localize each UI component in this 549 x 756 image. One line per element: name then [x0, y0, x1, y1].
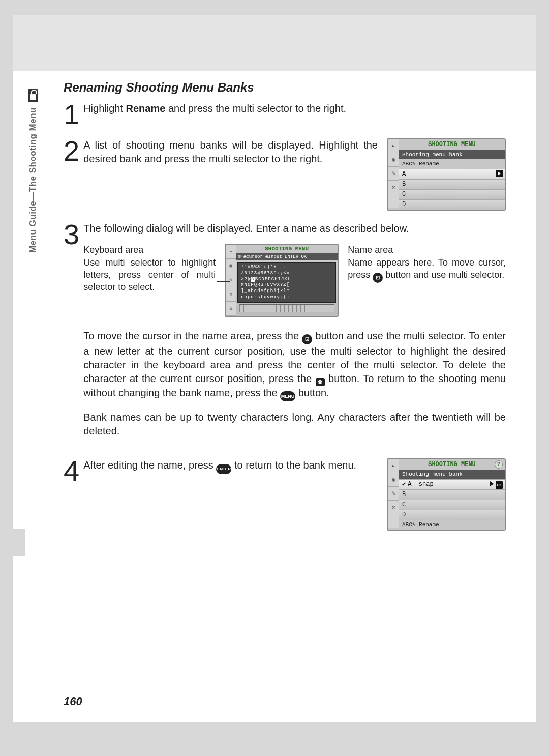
- step-4: 4 After editing the name, press ENTER to…: [64, 458, 506, 531]
- arrow-right-icon: [490, 481, 494, 486]
- screen-title: SHOOTING MENU: [399, 139, 505, 150]
- keyboard-area-callout: Keyboard area Use multi selector to high…: [83, 244, 216, 293]
- name-area-heading: Name area: [348, 244, 506, 256]
- step2-text: A list of shooting menu banks will be di…: [83, 138, 378, 166]
- rename-row: ABC✎ Rename: [399, 159, 505, 169]
- bank-row-d: D: [399, 510, 505, 520]
- bank-row-c: C: [399, 189, 505, 199]
- step-number: 1: [64, 102, 79, 127]
- page-edge-tab: [13, 529, 25, 556]
- tab-recent-icon: ≣: [388, 514, 399, 528]
- step-2: 2 A list of shooting menu banks will be …: [64, 138, 506, 211]
- bank-row-c: C: [399, 500, 505, 510]
- check-icon: ✔: [402, 481, 406, 488]
- thumbnail-button-icon: ⊡: [302, 334, 312, 344]
- tab-play-icon: ▸: [226, 245, 236, 259]
- menu-button-icon: MENU: [280, 391, 295, 401]
- step-3: 3 The following dialog will be displayed…: [64, 222, 506, 447]
- kbd-hint-bar: ⊠+◉cursor ◉Input ENTER OK: [236, 253, 338, 260]
- tab-pencil-icon: ✎: [226, 273, 236, 287]
- tab-camera-icon: ◉: [226, 259, 236, 273]
- bank-row-b: B: [399, 179, 505, 189]
- bank-row-a: A: [399, 169, 505, 179]
- tab-pencil-icon: ✎: [388, 487, 399, 501]
- step1-text-bold: Rename: [126, 103, 166, 114]
- step3-intro: The following dialog will be displayed. …: [83, 222, 506, 236]
- tab-wrench-icon: ⚒: [226, 287, 236, 302]
- bank-row-d: D: [399, 199, 505, 210]
- keyboard-area-body: Use multi selector to highlight letters,…: [83, 256, 216, 294]
- ok-badge: OK: [496, 481, 503, 489]
- step4-screenshot: ▸ ◉ ✎ ⚒ ≣ SHOOTING MENU ? Shooting menu …: [387, 458, 506, 531]
- bank-row-a: ✔A snap OK: [399, 479, 505, 489]
- tab-camera-icon: ◉: [388, 153, 399, 167]
- step1-text-pre: Highlight: [83, 103, 126, 114]
- step4-text-pre: After editing the name, press: [83, 459, 216, 471]
- kbd-character-grid: !´#$%&'()*+,-. /0123456789:;<= >?@ABCDEF…: [237, 262, 336, 303]
- step-number: 2: [64, 138, 79, 164]
- tab-play-icon: ▸: [388, 459, 399, 473]
- keyboard-screenshot: ▸ ◉ ✎ ⚒ ≣ SHOOTING MENU ⊠+◉cursor ◉Input…: [221, 244, 343, 317]
- kbd-title: SHOOTING MENU: [236, 245, 338, 253]
- help-icon: ?: [495, 460, 503, 469]
- trash-button-icon: 🗑: [316, 378, 325, 386]
- name-area-body-post: button and use multi selector.: [383, 270, 504, 280]
- tab-wrench-icon: ⚒: [388, 181, 399, 194]
- section-title: Renaming Shooting Menu Banks: [64, 80, 506, 95]
- thumbnail-button-icon: ⊡: [373, 273, 383, 283]
- tab-recent-icon: ≣: [388, 194, 399, 208]
- step-number: 4: [64, 458, 79, 484]
- step-1: 1 Highlight Rename and press the multi s…: [64, 102, 506, 127]
- camera-icon: [28, 89, 38, 102]
- screen-subtitle: Shooting menu bank: [399, 470, 505, 479]
- name-area-callout: Name area Name appears here. To move cur…: [348, 244, 506, 283]
- tab-camera-icon: ◉: [388, 473, 399, 487]
- enter-button-icon: ENTER: [216, 464, 231, 474]
- sidebar-section-label: Menu Guide—The Shooting Menu: [28, 107, 38, 301]
- step3-para1: To move the cursor in the name area, pre…: [83, 329, 506, 401]
- step3-para2: Bank names can be up to twenty character…: [83, 411, 506, 438]
- kbd-name-field: [239, 304, 334, 312]
- tab-play-icon: ▸: [388, 139, 399, 153]
- step1-text-post: and press the multi selector to the righ…: [165, 103, 346, 114]
- bank-row-b: B: [399, 489, 505, 500]
- keyboard-area-heading: Keyboard area: [83, 244, 216, 256]
- step4-text-post: to return to the bank menu.: [231, 459, 356, 471]
- tab-wrench-icon: ⚒: [388, 501, 399, 514]
- sidebar: Menu Guide—The Shooting Menu: [28, 89, 39, 313]
- page-number: 160: [64, 695, 82, 708]
- step2-screenshot: ▸ ◉ ✎ ⚒ ≣ SHOOTING MENU Shooting menu ba…: [387, 138, 506, 211]
- rename-row: ABC✎ Rename: [399, 520, 505, 530]
- step-number: 3: [64, 222, 79, 247]
- screen-title: SHOOTING MENU ?: [399, 459, 505, 470]
- screen-subtitle: Shooting menu bank: [399, 150, 505, 160]
- tab-recent-icon: ≣: [226, 302, 236, 316]
- arrow-right-icon: [496, 170, 503, 177]
- tab-pencil-icon: ✎: [388, 167, 399, 181]
